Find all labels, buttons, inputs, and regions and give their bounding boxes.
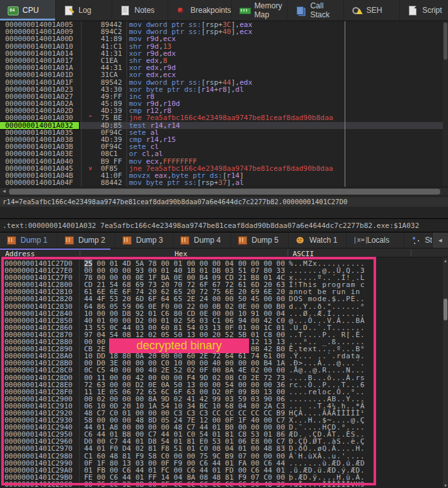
disasm-row[interactable]: 000000014001A03E08C1or cl,al bbox=[0, 150, 448, 157]
hex-group: 02 81 F8 51 bbox=[131, 445, 182, 452]
instruction-text: sete cl bbox=[126, 143, 448, 150]
dump-ascii: d..Y..ð."......° bbox=[285, 303, 365, 310]
tab-notes[interactable]: Notes bbox=[112, 0, 168, 21]
comment-column-divider[interactable] bbox=[345, 21, 345, 187]
disasm-row[interactable]: 000000014001A01F89542mov dword ptr ss:[r… bbox=[0, 79, 448, 86]
dump-row[interactable]: 00000001401C28D000 11 00 0042 00 00 00F4… bbox=[0, 374, 448, 381]
scroll-down-arrow-icon[interactable]: ▼ bbox=[443, 483, 448, 487]
hex-group: 4E 02 00 00 bbox=[234, 367, 285, 374]
breakpoint-icon bbox=[176, 6, 186, 15]
scrollbar-thumb[interactable] bbox=[444, 299, 447, 320]
instruction-text: xor byte ptr ds:[r14+r8],dl bbox=[126, 86, 448, 93]
hex-group: 01 00 48 83 bbox=[234, 445, 285, 452]
bytes-text: 31CA bbox=[101, 71, 118, 78]
scroll-left-arrow-icon[interactable]: ◀ bbox=[0, 187, 8, 195]
hex-group: 07 00 00 00 bbox=[234, 453, 285, 460]
column-divider bbox=[81, 21, 82, 187]
instruction-address: 000000014001A01F bbox=[0, 79, 81, 86]
hex-group: F4 9D 02 08 bbox=[182, 374, 234, 381]
instruction-text: mov ecx,FFFFFFFF bbox=[126, 158, 448, 165]
dump-row[interactable]: 00000001401C2980C1 60 48 81F9 58 C0 0000… bbox=[0, 453, 448, 460]
dump-row[interactable]: 00000001401C282044 4F 53 206D 6F 64 652E… bbox=[0, 295, 448, 302]
dump-row[interactable]: 00000001401C297044 01 F0 D402 81 F8 5101… bbox=[0, 445, 448, 452]
instruction-address: 000000014001A030 bbox=[0, 114, 81, 121]
tab-dump-3[interactable]: Dump 3 bbox=[116, 232, 173, 248]
tab-scroll-left-button[interactable]: ◀ bbox=[432, 232, 448, 248]
tab-label: Dump 1 bbox=[21, 236, 47, 245]
disassembly-view[interactable]: 000000014001A00589442mov dword ptr ss:[r… bbox=[0, 21, 448, 187]
script-icon bbox=[408, 6, 418, 15]
tab-memory-map[interactable]: Memory Map bbox=[232, 0, 288, 21]
tab-label: Breakpoints bbox=[191, 6, 231, 15]
hex-group: 22 00 0B 02 bbox=[182, 303, 234, 310]
tab-dump-1[interactable]: Dump 1 bbox=[0, 232, 58, 248]
hex-group: 01 C0 08 04 bbox=[182, 445, 234, 452]
callstack-icon bbox=[295, 6, 306, 15]
tab-cpu[interactable]: CPU bbox=[0, 0, 56, 21]
scrollbar-thumb[interactable] bbox=[444, 22, 447, 60]
scroll-up-arrow-icon[interactable]: ▲ bbox=[443, 258, 448, 263]
tab-dump-5[interactable]: Dump 5 bbox=[231, 232, 289, 248]
instruction-address: 000000014001A01D bbox=[0, 71, 81, 78]
instruction-text: test r14,r14 bbox=[126, 122, 448, 129]
top-tab-bar: CPULogNotesBreakpointsMemory MapCall Sta… bbox=[0, 0, 448, 21]
disasm-horizontal-scrollbar[interactable]: ◀ bbox=[0, 187, 448, 195]
hex-group: CC 56 48 39 bbox=[234, 481, 285, 488]
tab-label: CPU bbox=[22, 6, 39, 15]
dump-icon bbox=[237, 236, 248, 245]
tab-dump-2[interactable]: Dump 2 bbox=[58, 232, 116, 248]
header-divider bbox=[411, 249, 411, 256]
hex-group: 00 11 00 00 bbox=[80, 374, 131, 381]
disasm-row[interactable]: 000000014001A00D41:89mov r9d,ecx bbox=[0, 35, 448, 42]
hex-group: 0B 00 0F CC bbox=[131, 481, 182, 488]
scrollbar-thumb[interactable] bbox=[9, 189, 440, 195]
disasm-row[interactable]: 000000014001A04F88442mov byte ptr ss:[rs… bbox=[0, 179, 448, 186]
str-icon bbox=[411, 236, 421, 245]
tab-call-stack[interactable]: Call Stack bbox=[288, 0, 343, 21]
tab-label: Script bbox=[422, 6, 442, 15]
dump-vertical-scrollbar[interactable]: ▲ ▼ bbox=[443, 257, 448, 488]
instruction-text: shr r9d,13 bbox=[126, 43, 448, 50]
disasm-vertical-scrollbar[interactable] bbox=[443, 21, 448, 187]
tab-log[interactable]: Log bbox=[56, 0, 112, 21]
bytes-text: 08C1 bbox=[101, 150, 118, 157]
disassembly-rows: 000000014001A00589442mov dword ptr ss:[r… bbox=[0, 21, 448, 186]
instruction-text: xor edx,r9d bbox=[126, 64, 448, 71]
tab-script[interactable]: Script bbox=[400, 0, 448, 21]
dump-row[interactable]: 00000001401C29C000 75 CC 920B 00 0F CCCC… bbox=[0, 481, 448, 488]
register-info-line[interactable]: r14=7ea5afbc166c4e23498aa9747be81ceaf8da… bbox=[0, 197, 448, 207]
tab-label: Dump 5 bbox=[252, 236, 279, 245]
instruction-address: 000000014001A00D bbox=[0, 35, 81, 42]
tab-breakpoints[interactable]: Breakpoints bbox=[168, 0, 232, 21]
hex-group: 50 45 00 00 bbox=[234, 295, 285, 302]
tab-label: Memory Map bbox=[254, 1, 287, 19]
instruction-text: mov dword ptr ss:[rsp+3C],eax bbox=[126, 21, 448, 28]
tab-watch-1[interactable]: Watch 1 bbox=[289, 232, 347, 248]
dump-ascii: D.ðÔ..øQ.À....H. bbox=[285, 445, 365, 452]
seh-icon bbox=[352, 6, 362, 15]
dump-address: 00000001401C28D0 bbox=[0, 374, 80, 381]
notes-icon bbox=[120, 6, 130, 15]
instruction-bytes: ^75 BE bbox=[81, 114, 126, 121]
disasm-row[interactable]: 000000014001A01D31CAxor edx,ecx bbox=[0, 71, 448, 78]
watch-icon bbox=[295, 236, 306, 245]
dump-icon bbox=[6, 236, 17, 245]
dump-icon bbox=[64, 236, 74, 245]
dump-column-header[interactable]: Address Hex ASCII bbox=[0, 248, 448, 257]
dump-row[interactable]: 00000001401C28C00C C5 40 0000 40 2E 5202… bbox=[0, 367, 448, 374]
instruction-bytes: 31CA bbox=[81, 71, 126, 78]
tab-seh[interactable]: SEH bbox=[344, 0, 400, 21]
hex-dump-view[interactable]: 00000001401C27D025 00 01 4D5A 78 00 0100… bbox=[0, 257, 448, 488]
instruction-text: mov byte ptr ss:[rsp+37],al bbox=[126, 179, 448, 186]
tab-locals[interactable]: Locals bbox=[347, 232, 404, 248]
hex-group: 00 75 9C B9 bbox=[182, 453, 234, 460]
dump-row[interactable]: 00000001401C283064 86 05 5906 0E F0 0022… bbox=[0, 303, 448, 310]
instruction-text: sete al bbox=[126, 129, 448, 136]
instruction-text: mov dword ptr ss:[rsp+40],ecx bbox=[126, 28, 448, 35]
instruction-text: shr edx,8 bbox=[126, 57, 448, 64]
dump-icon bbox=[122, 236, 132, 245]
x64dbg-window: { "colors":{"accent_blue":"#6f9ad1","cur… bbox=[0, 0, 448, 488]
tab-dump-4[interactable]: Dump 4 bbox=[173, 232, 231, 248]
disasm-row[interactable]: 000000014001A030^75 BEjne 7ea5afbc166c4e… bbox=[0, 114, 448, 121]
hex-group: 44 4F 53 20 bbox=[80, 295, 131, 302]
